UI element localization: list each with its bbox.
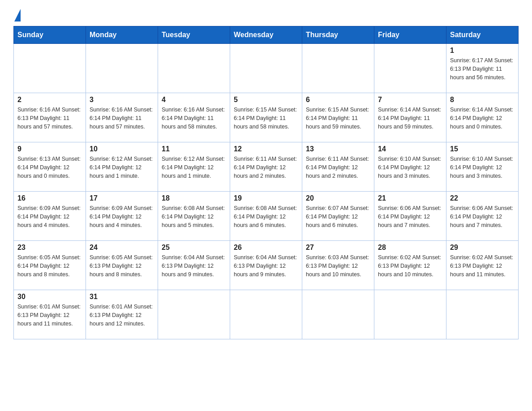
col-friday: Friday <box>374 26 446 44</box>
table-row: 26Sunrise: 6:04 AM Sunset: 6:13 PM Dayli… <box>230 241 302 290</box>
day-number: 22 <box>450 194 515 202</box>
col-thursday: Thursday <box>302 26 374 44</box>
table-row: 18Sunrise: 6:08 AM Sunset: 6:14 PM Dayli… <box>158 192 230 241</box>
day-info: Sunrise: 6:04 AM Sunset: 6:13 PM Dayligh… <box>234 253 298 278</box>
day-number: 11 <box>162 145 226 153</box>
table-row: 27Sunrise: 6:03 AM Sunset: 6:13 PM Dayli… <box>302 241 374 290</box>
table-row: 2Sunrise: 6:16 AM Sunset: 6:13 PM Daylig… <box>14 93 86 142</box>
col-saturday: Saturday <box>446 26 519 44</box>
day-number: 3 <box>90 96 154 104</box>
day-number: 26 <box>234 244 298 252</box>
table-row: 31Sunrise: 6:01 AM Sunset: 6:13 PM Dayli… <box>86 290 158 339</box>
table-row: 4Sunrise: 6:16 AM Sunset: 6:14 PM Daylig… <box>158 93 230 142</box>
day-info: Sunrise: 6:02 AM Sunset: 6:13 PM Dayligh… <box>378 253 442 278</box>
table-row <box>374 290 446 339</box>
day-info: Sunrise: 6:12 AM Sunset: 6:14 PM Dayligh… <box>90 155 154 180</box>
day-info: Sunrise: 6:10 AM Sunset: 6:14 PM Dayligh… <box>378 155 442 180</box>
day-info: Sunrise: 6:03 AM Sunset: 6:13 PM Dayligh… <box>306 253 370 278</box>
table-row: 6Sunrise: 6:15 AM Sunset: 6:14 PM Daylig… <box>302 93 374 142</box>
table-row: 25Sunrise: 6:04 AM Sunset: 6:13 PM Dayli… <box>158 241 230 290</box>
table-row: 8Sunrise: 6:14 AM Sunset: 6:14 PM Daylig… <box>446 93 519 142</box>
calendar-table: Sunday Monday Tuesday Wednesday Thursday… <box>13 26 519 339</box>
day-number: 2 <box>17 96 82 104</box>
page-header <box>13 9 519 21</box>
day-number: 4 <box>162 96 226 104</box>
table-row <box>158 44 230 93</box>
day-info: Sunrise: 6:04 AM Sunset: 6:13 PM Dayligh… <box>162 253 226 278</box>
day-info: Sunrise: 6:11 AM Sunset: 6:14 PM Dayligh… <box>234 155 298 180</box>
col-tuesday: Tuesday <box>158 26 230 44</box>
day-info: Sunrise: 6:15 AM Sunset: 6:14 PM Dayligh… <box>306 106 370 131</box>
table-row <box>230 290 302 339</box>
table-row: 29Sunrise: 6:02 AM Sunset: 6:13 PM Dayli… <box>446 241 519 290</box>
day-info: Sunrise: 6:09 AM Sunset: 6:14 PM Dayligh… <box>90 204 154 229</box>
table-row: 23Sunrise: 6:05 AM Sunset: 6:14 PM Dayli… <box>14 241 86 290</box>
table-row <box>446 290 519 339</box>
day-number: 12 <box>234 145 298 153</box>
table-row: 13Sunrise: 6:11 AM Sunset: 6:14 PM Dayli… <box>302 142 374 192</box>
table-row: 7Sunrise: 6:14 AM Sunset: 6:14 PM Daylig… <box>374 93 446 142</box>
col-sunday: Sunday <box>14 26 86 44</box>
logo-triangle-icon <box>14 9 21 21</box>
table-row: 10Sunrise: 6:12 AM Sunset: 6:14 PM Dayli… <box>86 142 158 192</box>
table-row <box>302 290 374 339</box>
day-info: Sunrise: 6:08 AM Sunset: 6:14 PM Dayligh… <box>234 204 298 229</box>
table-row: 11Sunrise: 6:12 AM Sunset: 6:14 PM Dayli… <box>158 142 230 192</box>
table-row <box>230 44 302 93</box>
calendar-week-row: 9Sunrise: 6:13 AM Sunset: 6:14 PM Daylig… <box>14 142 519 192</box>
table-row: 16Sunrise: 6:09 AM Sunset: 6:14 PM Dayli… <box>14 192 86 241</box>
day-info: Sunrise: 6:16 AM Sunset: 6:14 PM Dayligh… <box>90 106 154 131</box>
day-number: 7 <box>378 96 442 104</box>
calendar-week-row: 16Sunrise: 6:09 AM Sunset: 6:14 PM Dayli… <box>14 192 519 241</box>
day-number: 18 <box>162 194 226 202</box>
logo <box>13 9 21 21</box>
table-row: 20Sunrise: 6:07 AM Sunset: 6:14 PM Dayli… <box>302 192 374 241</box>
day-number: 16 <box>17 194 82 202</box>
day-number: 28 <box>378 244 442 252</box>
day-info: Sunrise: 6:16 AM Sunset: 6:14 PM Dayligh… <box>162 106 226 131</box>
table-row: 24Sunrise: 6:05 AM Sunset: 6:13 PM Dayli… <box>86 241 158 290</box>
day-info: Sunrise: 6:10 AM Sunset: 6:14 PM Dayligh… <box>450 155 515 180</box>
day-info: Sunrise: 6:01 AM Sunset: 6:13 PM Dayligh… <box>90 303 154 328</box>
day-number: 31 <box>90 293 154 301</box>
table-row: 17Sunrise: 6:09 AM Sunset: 6:14 PM Dayli… <box>86 192 158 241</box>
table-row: 9Sunrise: 6:13 AM Sunset: 6:14 PM Daylig… <box>14 142 86 192</box>
table-row: 30Sunrise: 6:01 AM Sunset: 6:13 PM Dayli… <box>14 290 86 339</box>
table-row: 14Sunrise: 6:10 AM Sunset: 6:14 PM Dayli… <box>374 142 446 192</box>
day-number: 15 <box>450 145 515 153</box>
day-info: Sunrise: 6:07 AM Sunset: 6:14 PM Dayligh… <box>306 204 370 229</box>
table-row <box>158 290 230 339</box>
col-monday: Monday <box>86 26 158 44</box>
day-number: 25 <box>162 244 226 252</box>
table-row: 22Sunrise: 6:06 AM Sunset: 6:14 PM Dayli… <box>446 192 519 241</box>
day-number: 9 <box>17 145 82 153</box>
table-row: 19Sunrise: 6:08 AM Sunset: 6:14 PM Dayli… <box>230 192 302 241</box>
day-info: Sunrise: 6:11 AM Sunset: 6:14 PM Dayligh… <box>306 155 370 180</box>
day-info: Sunrise: 6:16 AM Sunset: 6:13 PM Dayligh… <box>17 106 82 131</box>
calendar-week-row: 2Sunrise: 6:16 AM Sunset: 6:13 PM Daylig… <box>14 93 519 142</box>
day-number: 19 <box>234 194 298 202</box>
day-number: 20 <box>306 194 370 202</box>
day-number: 27 <box>306 244 370 252</box>
day-number: 23 <box>17 244 82 252</box>
day-number: 13 <box>306 145 370 153</box>
calendar-week-row: 23Sunrise: 6:05 AM Sunset: 6:14 PM Dayli… <box>14 241 519 290</box>
day-number: 24 <box>90 244 154 252</box>
table-row: 28Sunrise: 6:02 AM Sunset: 6:13 PM Dayli… <box>374 241 446 290</box>
day-info: Sunrise: 6:15 AM Sunset: 6:14 PM Dayligh… <box>234 106 298 131</box>
day-number: 8 <box>450 96 515 104</box>
day-info: Sunrise: 6:12 AM Sunset: 6:14 PM Dayligh… <box>162 155 226 180</box>
calendar-header-row: Sunday Monday Tuesday Wednesday Thursday… <box>14 26 519 44</box>
table-row: 3Sunrise: 6:16 AM Sunset: 6:14 PM Daylig… <box>86 93 158 142</box>
table-row: 5Sunrise: 6:15 AM Sunset: 6:14 PM Daylig… <box>230 93 302 142</box>
day-number: 5 <box>234 96 298 104</box>
table-row <box>14 44 86 93</box>
calendar-week-row: 1Sunrise: 6:17 AM Sunset: 6:13 PM Daylig… <box>14 44 519 93</box>
day-number: 1 <box>450 47 515 55</box>
day-info: Sunrise: 6:06 AM Sunset: 6:14 PM Dayligh… <box>450 204 515 229</box>
day-number: 21 <box>378 194 442 202</box>
day-number: 10 <box>90 145 154 153</box>
table-row: 21Sunrise: 6:06 AM Sunset: 6:14 PM Dayli… <box>374 192 446 241</box>
day-info: Sunrise: 6:01 AM Sunset: 6:13 PM Dayligh… <box>17 303 82 328</box>
day-info: Sunrise: 6:13 AM Sunset: 6:14 PM Dayligh… <box>17 155 82 180</box>
